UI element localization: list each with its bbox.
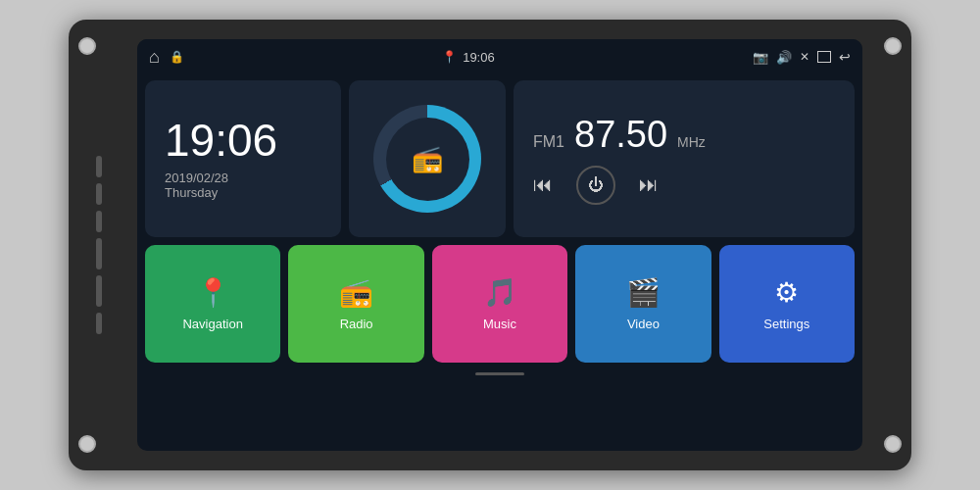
radio-power-button[interactable]: ⏻ — [576, 166, 615, 205]
volume-icon[interactable]: 🔊 — [776, 50, 792, 65]
back-button[interactable] — [96, 211, 102, 232]
status-bar-center: 📍 19:06 — [442, 50, 495, 65]
indicator-line — [475, 372, 524, 375]
lock-icon: 🔒 — [170, 50, 184, 64]
video-icon: 🎬 — [626, 276, 661, 309]
status-bar-left: ⌂ 🔒 — [149, 47, 184, 68]
mount-hole-bl — [78, 435, 96, 453]
vol-down-button[interactable] — [96, 275, 102, 307]
app-tile-radio[interactable]: 📻 Radio — [288, 245, 423, 363]
settings-label: Settings — [763, 317, 809, 331]
radio-frequency: 87.50 — [574, 114, 667, 156]
radio-unit: MHz — [677, 134, 706, 150]
window-icon[interactable] — [817, 51, 831, 63]
back-icon[interactable]: ↩ — [839, 49, 851, 65]
location-icon: 📍 — [442, 50, 457, 64]
radio-next-button[interactable]: ⏭ — [639, 173, 659, 196]
car-head-unit: ⌂ 🔒 📍 19:06 📷 🔊 ✕ ↩ 19:06 — [69, 20, 911, 470]
radio-controls: ⏮ ⏻ ⏭ — [533, 166, 835, 205]
radio-icon: 📻 — [386, 118, 469, 201]
clock-date: 2019/02/28 — [165, 171, 321, 185]
app-tile-music[interactable]: 🎵 Music — [432, 245, 567, 363]
close-status-icon[interactable]: ✕ — [800, 50, 809, 64]
bottom-indicator — [145, 370, 855, 375]
music-icon: 🎵 — [483, 276, 517, 309]
status-time: 19:06 — [463, 50, 495, 65]
mount-hole-br — [884, 435, 902, 453]
radio-circle-tile[interactable]: 📻 — [349, 80, 506, 237]
app-grid: 📍 Navigation 📻 Radio 🎵 Music 🎬 Video ⚙ — [145, 245, 855, 363]
radio-info-tile: FM1 87.50 MHz ⏮ ⏻ ⏭ — [514, 80, 855, 237]
radio-progress-ring: 📻 — [373, 105, 481, 213]
radio-band: FM1 — [533, 133, 564, 151]
status-bar: ⌂ 🔒 📍 19:06 📷 🔊 ✕ ↩ — [137, 39, 862, 74]
radio-band-freq: FM1 87.50 MHz — [533, 114, 835, 156]
clock-time: 19:06 — [165, 118, 321, 163]
navigation-icon: 📍 — [196, 276, 230, 309]
antenna-button[interactable] — [96, 313, 102, 334]
radio-app-label: Radio — [340, 317, 373, 331]
video-label: Video — [627, 317, 660, 331]
camera-icon[interactable]: 📷 — [753, 50, 768, 65]
settings-icon: ⚙ — [774, 276, 799, 309]
mount-hole-tr — [884, 37, 902, 55]
radio-prev-button[interactable]: ⏮ — [533, 173, 553, 196]
screen: ⌂ 🔒 📍 19:06 📷 🔊 ✕ ↩ 19:06 — [137, 39, 862, 451]
clock-tile: 19:06 2019/02/28 Thursday — [145, 80, 341, 237]
home-button[interactable] — [96, 183, 102, 205]
navigation-label: Navigation — [182, 317, 242, 331]
side-buttons — [96, 156, 102, 334]
vol-up-button[interactable] — [96, 238, 102, 270]
main-content: 19:06 2019/02/28 Thursday 📻 — [137, 74, 862, 451]
status-bar-right: 📷 🔊 ✕ ↩ — [753, 49, 851, 65]
top-section: 19:06 2019/02/28 Thursday 📻 — [145, 80, 855, 237]
radio-app-icon: 📻 — [339, 276, 373, 309]
power-button[interactable] — [96, 156, 102, 177]
clock-day: Thursday — [165, 185, 321, 200]
app-tile-navigation[interactable]: 📍 Navigation — [145, 245, 280, 363]
app-tile-settings[interactable]: ⚙ Settings — [719, 245, 855, 363]
app-tile-video[interactable]: 🎬 Video — [575, 245, 710, 363]
home-icon[interactable]: ⌂ — [149, 47, 160, 68]
mount-hole-tl — [78, 37, 96, 55]
music-label: Music — [483, 317, 516, 331]
